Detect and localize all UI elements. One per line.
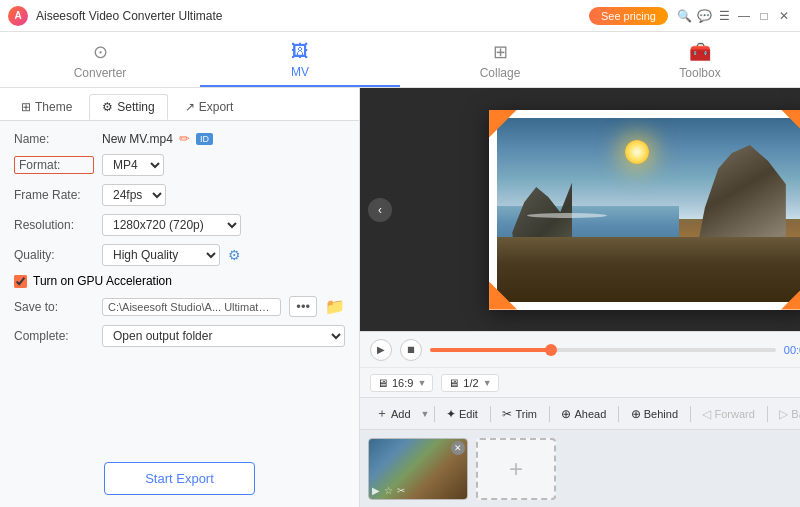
titlebar: A Aiseesoft Video Converter Ultimate See… bbox=[0, 0, 800, 32]
film-clip-star-icon: ☆ bbox=[384, 485, 393, 496]
setting-gear-icon: ⚙ bbox=[102, 100, 113, 114]
quality-gear-icon[interactable]: ⚙ bbox=[228, 247, 241, 263]
chat-icon[interactable]: 💬 bbox=[696, 8, 712, 24]
backward-button[interactable]: ▷ Backward bbox=[771, 404, 800, 424]
tab-mv[interactable]: 🖼 MV bbox=[200, 35, 400, 87]
gpu-row: Turn on GPU Acceleration bbox=[14, 274, 345, 288]
sub-tab-export[interactable]: ↗ Export bbox=[172, 94, 247, 120]
forward-button[interactable]: ◁ Forward bbox=[694, 404, 762, 424]
film-clip[interactable]: ✕ ▶ ☆ ✂ bbox=[368, 438, 468, 500]
quality-label: Quality: bbox=[14, 248, 94, 262]
resolution-select[interactable]: 1280x720 (720p) 1920x1080 (1080p) bbox=[102, 214, 241, 236]
minimize-button[interactable]: — bbox=[736, 8, 752, 24]
film-clip-close-button[interactable]: ✕ bbox=[451, 441, 465, 455]
behind-button[interactable]: ⊕ Behind bbox=[623, 404, 686, 424]
page-select[interactable]: 🖥 1/2 ▼ bbox=[441, 374, 498, 392]
name-label: Name: bbox=[14, 132, 94, 146]
filmstrip-area: ✕ ▶ ☆ ✂ + bbox=[360, 429, 800, 507]
save-browse-button[interactable]: ••• bbox=[289, 296, 317, 317]
plus-icon: ＋ bbox=[376, 405, 388, 422]
tab-collage[interactable]: ⊞ Collage bbox=[400, 35, 600, 87]
preview-prev-button[interactable]: ‹ bbox=[368, 198, 392, 222]
close-button[interactable]: ✕ bbox=[776, 8, 792, 24]
page-value: 1/2 bbox=[463, 377, 478, 389]
edit-name-icon[interactable]: ✏ bbox=[179, 131, 190, 146]
tab-toolbox[interactable]: 🧰 Toolbox bbox=[600, 35, 800, 87]
film-clip-icons: ▶ ☆ ✂ bbox=[372, 485, 405, 496]
scissors-icon: ✂ bbox=[502, 407, 512, 421]
video-preview: ‹ › bbox=[360, 88, 800, 331]
monitor-icon: 🖥 bbox=[377, 377, 388, 389]
complete-select[interactable]: Open output folder Do nothing Shutdown bbox=[102, 325, 345, 347]
framerate-select[interactable]: 24fps 30fps 60fps bbox=[102, 184, 166, 206]
trim-button[interactable]: ✂ Trim bbox=[494, 404, 545, 424]
toolbox-icon: 🧰 bbox=[689, 41, 711, 63]
forward-icon: ◁ bbox=[702, 407, 711, 421]
theme-grid-icon: ⊞ bbox=[21, 100, 31, 114]
tab-converter[interactable]: ⊙ Converter bbox=[0, 35, 200, 87]
ahead-button[interactable]: ⊕ Ahead bbox=[553, 404, 614, 424]
app-title: Aiseesoft Video Converter Ultimate bbox=[36, 9, 589, 23]
gpu-checkbox[interactable] bbox=[14, 275, 27, 288]
progress-track[interactable] bbox=[430, 348, 776, 352]
complete-row: Complete: Open output folder Do nothing … bbox=[14, 325, 345, 347]
save-path-input[interactable] bbox=[102, 298, 281, 316]
monitor2-icon: 🖥 bbox=[448, 377, 459, 389]
sub-tab-export-label: Export bbox=[199, 100, 234, 114]
converter-icon: ⊙ bbox=[93, 41, 108, 63]
framerate-row: Frame Rate: 24fps 30fps 60fps bbox=[14, 184, 345, 206]
progress-fill bbox=[430, 348, 551, 352]
ratio-select[interactable]: 🖥 16:9 ▼ bbox=[370, 374, 433, 392]
behind-icon: ⊕ bbox=[631, 407, 641, 421]
sub-tab-theme-label: Theme bbox=[35, 100, 72, 114]
sub-tab-setting[interactable]: ⚙ Setting bbox=[89, 94, 167, 120]
tab-collage-label: Collage bbox=[480, 66, 521, 80]
name-value: New MV.mp4 bbox=[102, 132, 173, 146]
window-controls: 🔍 💬 ☰ — □ ✕ bbox=[676, 8, 792, 24]
export-arrow-icon: ↗ bbox=[185, 100, 195, 114]
complete-label: Complete: bbox=[14, 329, 94, 343]
app-logo: A bbox=[8, 6, 28, 26]
add-dropdown-arrow-icon[interactable]: ▼ bbox=[421, 409, 430, 419]
time-display: 00:00:01.11/00:00:07.22 bbox=[784, 344, 800, 356]
quality-row: Quality: High Quality Medium Quality ⚙ bbox=[14, 244, 345, 266]
stop-button[interactable]: ⏹ bbox=[400, 339, 422, 361]
nav-tabs: ⊙ Converter 🖼 MV ⊞ Collage 🧰 Toolbox bbox=[0, 32, 800, 88]
sub-tab-theme[interactable]: ⊞ Theme bbox=[8, 94, 85, 120]
add-clip-button[interactable]: + bbox=[476, 438, 556, 500]
settings-area: Name: New MV.mp4 ✏ ID Format: MP4 MOV AV… bbox=[0, 121, 359, 450]
resolution-label: Resolution: bbox=[14, 218, 94, 232]
maximize-button[interactable]: □ bbox=[756, 8, 772, 24]
quality-select[interactable]: High Quality Medium Quality bbox=[102, 244, 220, 266]
film-clip-play-icon: ▶ bbox=[372, 485, 380, 496]
add-button[interactable]: ＋ Add bbox=[368, 402, 419, 425]
progress-thumb[interactable] bbox=[545, 344, 557, 356]
search-icon[interactable]: 🔍 bbox=[676, 8, 692, 24]
playback-bar: ▶ ⏹ 00:00:01.11/00:00:07.22 🔊 bbox=[360, 331, 800, 367]
add-clip-plus-icon: + bbox=[509, 455, 523, 483]
play-button[interactable]: ▶ bbox=[370, 339, 392, 361]
sub-tab-setting-label: Setting bbox=[117, 100, 154, 114]
sub-tabs: ⊞ Theme ⚙ Setting ↗ Export bbox=[0, 88, 359, 121]
tab-toolbox-label: Toolbox bbox=[679, 66, 720, 80]
menu-icon[interactable]: ☰ bbox=[716, 8, 732, 24]
left-panel: ⊞ Theme ⚙ Setting ↗ Export Name: New MV.… bbox=[0, 88, 360, 507]
edit-icon: ✦ bbox=[446, 407, 456, 421]
start-export-button[interactable]: Start Export bbox=[104, 462, 255, 495]
tab-mv-label: MV bbox=[291, 65, 309, 79]
format-row: Format: MP4 MOV AVI MKV bbox=[14, 154, 345, 176]
second-bar: 🖥 16:9 ▼ 🖥 1/2 ▼ Start Export bbox=[360, 367, 800, 397]
ratio-chevron-icon: ▼ bbox=[417, 378, 426, 388]
name-row: Name: New MV.mp4 ✏ ID bbox=[14, 131, 345, 146]
format-select[interactable]: MP4 MOV AVI MKV bbox=[102, 154, 164, 176]
see-pricing-button[interactable]: See pricing bbox=[589, 7, 668, 25]
save-to-row: Save to: ••• 📁 bbox=[14, 296, 345, 317]
name-value-group: New MV.mp4 ✏ ID bbox=[102, 131, 213, 146]
main-layout: ⊞ Theme ⚙ Setting ↗ Export Name: New MV.… bbox=[0, 88, 800, 507]
gpu-label: Turn on GPU Acceleration bbox=[33, 274, 172, 288]
backward-icon: ▷ bbox=[779, 407, 788, 421]
save-folder-button[interactable]: 📁 bbox=[325, 297, 345, 316]
ratio-value: 16:9 bbox=[392, 377, 413, 389]
format-label: Format: bbox=[14, 156, 94, 174]
edit-button[interactable]: ✦ Edit bbox=[438, 404, 486, 424]
